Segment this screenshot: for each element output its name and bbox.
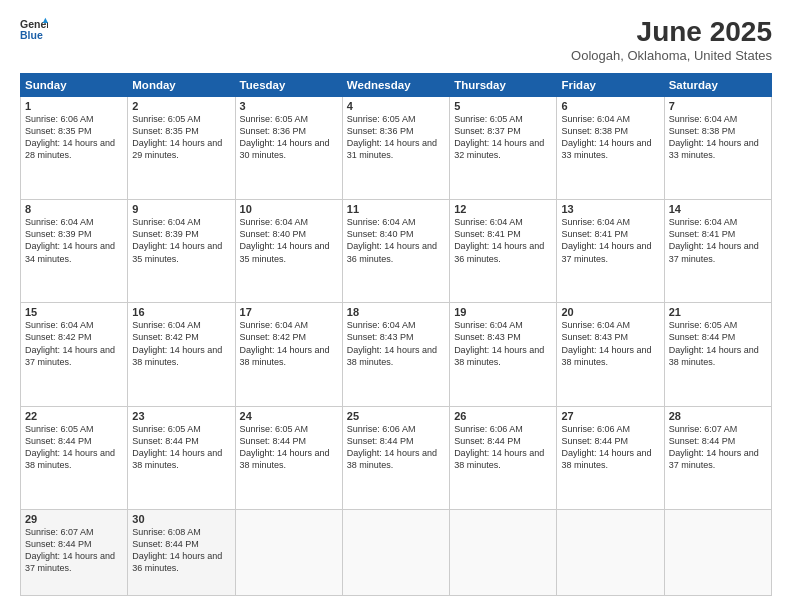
day-info: Sunrise: 6:04 AMSunset: 8:41 PMDaylight:… bbox=[454, 216, 552, 265]
day-cell bbox=[342, 509, 449, 595]
week-row-3: 15 Sunrise: 6:04 AMSunset: 8:42 PMDaylig… bbox=[21, 303, 772, 406]
day-info: Sunrise: 6:04 AMSunset: 8:42 PMDaylight:… bbox=[240, 319, 338, 368]
day-info: Sunrise: 6:07 AMSunset: 8:44 PMDaylight:… bbox=[25, 526, 123, 575]
col-wednesday: Wednesday bbox=[342, 74, 449, 97]
day-cell: 20 Sunrise: 6:04 AMSunset: 8:43 PMDaylig… bbox=[557, 303, 664, 406]
day-number: 28 bbox=[669, 410, 767, 422]
day-info: Sunrise: 6:04 AMSunset: 8:43 PMDaylight:… bbox=[347, 319, 445, 368]
day-info: Sunrise: 6:04 AMSunset: 8:39 PMDaylight:… bbox=[25, 216, 123, 265]
day-cell: 6 Sunrise: 6:04 AMSunset: 8:38 PMDayligh… bbox=[557, 97, 664, 200]
day-cell: 24 Sunrise: 6:05 AMSunset: 8:44 PMDaylig… bbox=[235, 406, 342, 509]
day-cell: 21 Sunrise: 6:05 AMSunset: 8:44 PMDaylig… bbox=[664, 303, 771, 406]
week-row-2: 8 Sunrise: 6:04 AMSunset: 8:39 PMDayligh… bbox=[21, 200, 772, 303]
day-number: 22 bbox=[25, 410, 123, 422]
day-info: Sunrise: 6:05 AMSunset: 8:44 PMDaylight:… bbox=[25, 423, 123, 472]
day-info: Sunrise: 6:04 AMSunset: 8:39 PMDaylight:… bbox=[132, 216, 230, 265]
logo-icon: General Blue bbox=[20, 16, 48, 44]
header: General Blue June 2025 Oologah, Oklahoma… bbox=[20, 16, 772, 63]
day-cell: 23 Sunrise: 6:05 AMSunset: 8:44 PMDaylig… bbox=[128, 406, 235, 509]
day-cell bbox=[450, 509, 557, 595]
day-info: Sunrise: 6:04 AMSunset: 8:43 PMDaylight:… bbox=[454, 319, 552, 368]
day-cell bbox=[664, 509, 771, 595]
day-info: Sunrise: 6:04 AMSunset: 8:42 PMDaylight:… bbox=[132, 319, 230, 368]
day-cell bbox=[235, 509, 342, 595]
day-info: Sunrise: 6:04 AMSunset: 8:42 PMDaylight:… bbox=[25, 319, 123, 368]
day-cell: 27 Sunrise: 6:06 AMSunset: 8:44 PMDaylig… bbox=[557, 406, 664, 509]
day-number: 21 bbox=[669, 306, 767, 318]
day-number: 1 bbox=[25, 100, 123, 112]
day-info: Sunrise: 6:06 AMSunset: 8:44 PMDaylight:… bbox=[561, 423, 659, 472]
page: General Blue June 2025 Oologah, Oklahoma… bbox=[0, 0, 792, 612]
title-area: June 2025 Oologah, Oklahoma, United Stat… bbox=[571, 16, 772, 63]
day-info: Sunrise: 6:06 AMSunset: 8:44 PMDaylight:… bbox=[454, 423, 552, 472]
day-cell: 19 Sunrise: 6:04 AMSunset: 8:43 PMDaylig… bbox=[450, 303, 557, 406]
location: Oologah, Oklahoma, United States bbox=[571, 48, 772, 63]
day-cell: 2 Sunrise: 6:05 AMSunset: 8:35 PMDayligh… bbox=[128, 97, 235, 200]
day-cell: 14 Sunrise: 6:04 AMSunset: 8:41 PMDaylig… bbox=[664, 200, 771, 303]
day-info: Sunrise: 6:05 AMSunset: 8:37 PMDaylight:… bbox=[454, 113, 552, 162]
day-cell: 9 Sunrise: 6:04 AMSunset: 8:39 PMDayligh… bbox=[128, 200, 235, 303]
col-thursday: Thursday bbox=[450, 74, 557, 97]
day-number: 5 bbox=[454, 100, 552, 112]
day-number: 17 bbox=[240, 306, 338, 318]
day-info: Sunrise: 6:05 AMSunset: 8:36 PMDaylight:… bbox=[347, 113, 445, 162]
day-cell: 26 Sunrise: 6:06 AMSunset: 8:44 PMDaylig… bbox=[450, 406, 557, 509]
day-cell: 28 Sunrise: 6:07 AMSunset: 8:44 PMDaylig… bbox=[664, 406, 771, 509]
day-number: 30 bbox=[132, 513, 230, 525]
day-info: Sunrise: 6:07 AMSunset: 8:44 PMDaylight:… bbox=[669, 423, 767, 472]
day-number: 9 bbox=[132, 203, 230, 215]
day-number: 20 bbox=[561, 306, 659, 318]
day-number: 12 bbox=[454, 203, 552, 215]
day-info: Sunrise: 6:05 AMSunset: 8:35 PMDaylight:… bbox=[132, 113, 230, 162]
day-info: Sunrise: 6:04 AMSunset: 8:40 PMDaylight:… bbox=[240, 216, 338, 265]
day-cell bbox=[557, 509, 664, 595]
day-info: Sunrise: 6:06 AMSunset: 8:35 PMDaylight:… bbox=[25, 113, 123, 162]
svg-text:Blue: Blue bbox=[20, 29, 43, 41]
day-cell: 13 Sunrise: 6:04 AMSunset: 8:41 PMDaylig… bbox=[557, 200, 664, 303]
day-number: 8 bbox=[25, 203, 123, 215]
day-cell: 10 Sunrise: 6:04 AMSunset: 8:40 PMDaylig… bbox=[235, 200, 342, 303]
day-number: 19 bbox=[454, 306, 552, 318]
day-cell: 15 Sunrise: 6:04 AMSunset: 8:42 PMDaylig… bbox=[21, 303, 128, 406]
day-cell: 8 Sunrise: 6:04 AMSunset: 8:39 PMDayligh… bbox=[21, 200, 128, 303]
month-title: June 2025 bbox=[571, 16, 772, 48]
day-cell: 30 Sunrise: 6:08 AMSunset: 8:44 PMDaylig… bbox=[128, 509, 235, 595]
day-cell: 1 Sunrise: 6:06 AMSunset: 8:35 PMDayligh… bbox=[21, 97, 128, 200]
day-cell: 22 Sunrise: 6:05 AMSunset: 8:44 PMDaylig… bbox=[21, 406, 128, 509]
day-number: 15 bbox=[25, 306, 123, 318]
day-cell: 4 Sunrise: 6:05 AMSunset: 8:36 PMDayligh… bbox=[342, 97, 449, 200]
day-number: 16 bbox=[132, 306, 230, 318]
day-info: Sunrise: 6:04 AMSunset: 8:38 PMDaylight:… bbox=[669, 113, 767, 162]
day-number: 14 bbox=[669, 203, 767, 215]
week-row-4: 22 Sunrise: 6:05 AMSunset: 8:44 PMDaylig… bbox=[21, 406, 772, 509]
week-row-5: 29 Sunrise: 6:07 AMSunset: 8:44 PMDaylig… bbox=[21, 509, 772, 595]
day-info: Sunrise: 6:08 AMSunset: 8:44 PMDaylight:… bbox=[132, 526, 230, 575]
day-number: 4 bbox=[347, 100, 445, 112]
day-cell: 12 Sunrise: 6:04 AMSunset: 8:41 PMDaylig… bbox=[450, 200, 557, 303]
calendar-table: Sunday Monday Tuesday Wednesday Thursday… bbox=[20, 73, 772, 596]
day-cell: 17 Sunrise: 6:04 AMSunset: 8:42 PMDaylig… bbox=[235, 303, 342, 406]
header-row: Sunday Monday Tuesday Wednesday Thursday… bbox=[21, 74, 772, 97]
day-info: Sunrise: 6:06 AMSunset: 8:44 PMDaylight:… bbox=[347, 423, 445, 472]
day-number: 24 bbox=[240, 410, 338, 422]
day-cell: 16 Sunrise: 6:04 AMSunset: 8:42 PMDaylig… bbox=[128, 303, 235, 406]
col-saturday: Saturday bbox=[664, 74, 771, 97]
day-info: Sunrise: 6:04 AMSunset: 8:38 PMDaylight:… bbox=[561, 113, 659, 162]
day-info: Sunrise: 6:04 AMSunset: 8:41 PMDaylight:… bbox=[561, 216, 659, 265]
week-row-1: 1 Sunrise: 6:06 AMSunset: 8:35 PMDayligh… bbox=[21, 97, 772, 200]
col-sunday: Sunday bbox=[21, 74, 128, 97]
day-number: 7 bbox=[669, 100, 767, 112]
day-info: Sunrise: 6:05 AMSunset: 8:44 PMDaylight:… bbox=[669, 319, 767, 368]
day-number: 27 bbox=[561, 410, 659, 422]
day-number: 23 bbox=[132, 410, 230, 422]
day-info: Sunrise: 6:05 AMSunset: 8:36 PMDaylight:… bbox=[240, 113, 338, 162]
day-cell: 18 Sunrise: 6:04 AMSunset: 8:43 PMDaylig… bbox=[342, 303, 449, 406]
day-number: 3 bbox=[240, 100, 338, 112]
day-number: 29 bbox=[25, 513, 123, 525]
day-number: 26 bbox=[454, 410, 552, 422]
logo: General Blue bbox=[20, 16, 48, 44]
day-cell: 7 Sunrise: 6:04 AMSunset: 8:38 PMDayligh… bbox=[664, 97, 771, 200]
col-monday: Monday bbox=[128, 74, 235, 97]
day-number: 2 bbox=[132, 100, 230, 112]
day-number: 25 bbox=[347, 410, 445, 422]
